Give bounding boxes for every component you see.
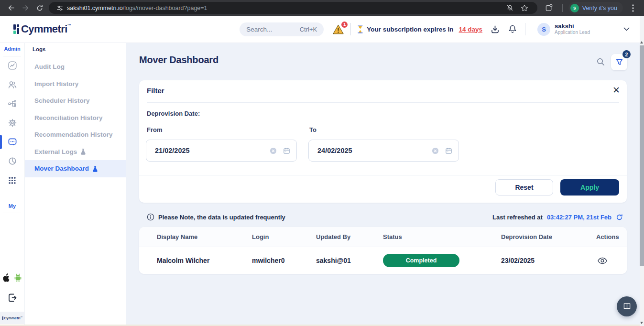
site-info-icon[interactable] (55, 5, 65, 11)
user-menu[interactable]: S sakshi Application Lead (537, 23, 590, 36)
reload-icon[interactable] (33, 4, 47, 12)
filter-panel: Filter ✕ Deprovision Date: From 21/02/20… (139, 80, 627, 203)
col-display-name: Display Name (157, 233, 252, 240)
rail-admin-label[interactable]: Admin (0, 46, 24, 52)
to-label: To (309, 126, 317, 133)
col-updated-by: Updated By (316, 233, 383, 240)
calendar-icon[interactable] (283, 147, 290, 154)
sidebar-item-external-logs[interactable]: External Logs (25, 143, 126, 161)
page-title: Mover Dashboard (139, 54, 218, 65)
sidebar-item-label: Scheduler History (34, 97, 90, 104)
rail-item-org-structure[interactable] (7, 98, 18, 109)
subscription-days-link[interactable]: 14 days (459, 26, 483, 33)
table-search-icon[interactable] (596, 57, 605, 66)
clear-icon[interactable] (270, 147, 277, 154)
col-status: Status (383, 233, 501, 240)
sidebar-item-audit-log[interactable]: Audit Log (25, 58, 126, 76)
bookmark-star-icon[interactable] (517, 4, 532, 12)
rail-item-dashboard[interactable] (7, 60, 18, 71)
forward-icon[interactable] (18, 4, 33, 12)
calendar-icon[interactable] (445, 147, 452, 154)
scroll-up-arrow[interactable] (640, 41, 643, 43)
user-name: sakshi (555, 23, 590, 30)
alerts-button[interactable]: 1 (332, 24, 344, 35)
download-icon[interactable] (490, 24, 500, 34)
sidebar-item-mover-dashboard[interactable]: Mover Dashboard (25, 160, 126, 177)
help-docs-fab[interactable] (617, 296, 637, 316)
logo-mark (13, 24, 16, 34)
col-deprovision-date: Deprovision Date (501, 233, 596, 240)
global-search-input[interactable]: Search... Ctrl+K (240, 22, 324, 36)
logout-button[interactable] (0, 293, 24, 303)
rail-item-reports[interactable] (7, 156, 18, 166)
close-icon[interactable]: ✕ (612, 85, 620, 96)
apple-store-icon[interactable] (2, 273, 10, 283)
cell-login: mwilcher0 (252, 257, 316, 264)
scroll-down-arrow[interactable] (640, 322, 643, 324)
brand-name: Cymmetri (21, 22, 67, 36)
notifications-blocked-icon[interactable] (503, 4, 517, 11)
rail-item-apps[interactable] (7, 175, 18, 185)
address-bar[interactable]: sakshi01.cymmetri.io/logs/mover-dashboar… (49, 2, 537, 14)
subscription-banner: Your subscription expires in 14 days (357, 25, 482, 33)
to-date-value: 24/02/2025 (317, 147, 432, 154)
subscription-text: Your subscription expires in (367, 26, 453, 33)
rail-item-users[interactable] (7, 79, 18, 90)
clear-icon[interactable] (432, 147, 439, 154)
from-label: From (147, 126, 163, 133)
filter-footer-divider (139, 175, 627, 175)
cell-display-name: Malcolm Wilcher (157, 257, 252, 264)
logout-icon (7, 293, 18, 303)
sidebar-item-label: External Logs (34, 148, 77, 155)
header-divider-2 (525, 23, 525, 35)
vertical-scrollbar[interactable] (640, 16, 644, 326)
sidebar-item-import-history[interactable]: Import History (25, 76, 126, 93)
filter-toggle-button[interactable]: 2 (611, 54, 627, 70)
sidebar-item-recommendation-history[interactable]: Recommendation History (25, 126, 126, 143)
search-placeholder: Search... (246, 26, 300, 33)
rail-item-settings[interactable] (7, 118, 18, 128)
hourglass-icon (357, 25, 363, 33)
eye-icon (597, 257, 608, 264)
last-refreshed-label: Last refreshed at (492, 214, 543, 221)
from-date-input[interactable]: 21/02/2025 (146, 140, 297, 162)
view-details-button[interactable] (597, 257, 627, 264)
mover-table: Display Name Login Updated By Status Dep… (139, 227, 627, 274)
sidebar-item-reconciliation-history[interactable]: Reconciliation History (25, 109, 126, 127)
funnel-icon (615, 58, 623, 66)
logs-subnav: Logs Audit Log Import History Scheduler … (25, 43, 126, 326)
refresh-icon[interactable] (616, 214, 623, 221)
chevron-down-icon[interactable] (623, 27, 630, 31)
rail-my-label[interactable]: My (0, 203, 24, 209)
table-row: Malcolm Wilcher mwilcher0 sakshi@01 Comp… (139, 247, 627, 274)
filter-heading: Filter (147, 87, 164, 95)
logs-chat-icon (8, 137, 17, 147)
profile-avatar: s (570, 4, 579, 12)
user-avatar: S (537, 23, 550, 36)
footer-brand-name: Cymmetri (4, 316, 21, 320)
verify-chip-label: Verify it's you (582, 5, 617, 11)
pie-chart-icon (8, 156, 17, 166)
to-date-input[interactable]: 24/02/2025 (308, 140, 459, 162)
rail-item-logs[interactable] (7, 137, 18, 147)
back-icon[interactable] (4, 4, 18, 12)
browser-menu-icon[interactable] (626, 4, 640, 12)
notifications-bell-icon[interactable] (508, 24, 517, 34)
sidebar-item-scheduler-history[interactable]: Scheduler History (25, 92, 126, 109)
sidebar-item-label: Reconciliation History (34, 114, 103, 121)
sidebar-item-label: Audit Log (34, 63, 65, 70)
extensions-icon[interactable] (542, 4, 557, 12)
sidebar-item-label: Import History (34, 80, 78, 87)
reset-button[interactable]: Reset (495, 179, 553, 196)
verify-profile-chip[interactable]: s Verify it's you (568, 2, 623, 14)
rail-divider-2 (3, 213, 21, 213)
android-store-icon[interactable] (14, 273, 22, 283)
brand-logo[interactable]: Cymmetri ™ (13, 22, 71, 36)
scrollbar-thumb[interactable] (640, 45, 644, 266)
user-role: Application Lead (555, 30, 590, 35)
url-host: sakshi01.cymmetri.io (67, 5, 123, 11)
sidebar-item-label: Recommendation History (34, 131, 113, 138)
users-icon (8, 80, 17, 89)
apply-button[interactable]: Apply (560, 179, 619, 196)
rail-divider (3, 56, 21, 56)
